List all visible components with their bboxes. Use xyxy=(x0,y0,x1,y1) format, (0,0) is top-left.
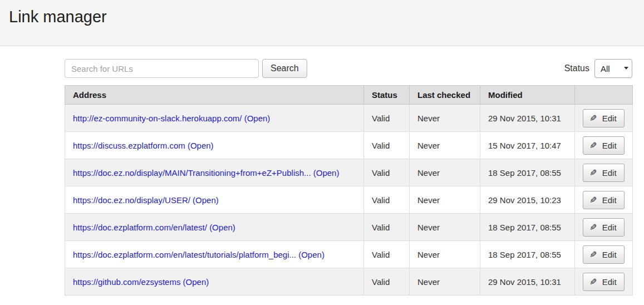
last-checked-cell: Never xyxy=(410,241,480,268)
actions-cell: ✎ Edit xyxy=(575,186,633,214)
edit-button[interactable]: ✎ Edit xyxy=(583,164,624,182)
url-link[interactable]: https://doc.ezplatform.com/en/latest/ xyxy=(73,223,207,232)
status-cell: Valid xyxy=(364,241,410,268)
status-filter-label: Status xyxy=(564,63,589,73)
modified-cell: 18 Sep 2017, 08:55 xyxy=(480,159,575,186)
open-link[interactable]: (Open) xyxy=(244,114,271,123)
edit-button[interactable]: ✎ Edit xyxy=(583,273,624,291)
table-header: Address Status Last checked Modified xyxy=(65,86,633,105)
table-body: http://ez-community-on-slack.herokuapp.c… xyxy=(65,105,633,296)
edit-button-label: Edit xyxy=(602,141,617,150)
open-link[interactable]: (Open) xyxy=(209,223,235,232)
pencil-icon: ✎ xyxy=(589,168,597,178)
address-cell: https://discuss.ezplatform.com (Open) xyxy=(65,132,364,159)
table-row: http://ez-community-on-slack.herokuapp.c… xyxy=(65,105,633,132)
url-link[interactable]: https://doc.ez.no/display/USER/ xyxy=(73,195,190,205)
url-link[interactable]: http://ez-community-on-slack.herokuapp.c… xyxy=(73,114,242,123)
edit-button-label: Edit xyxy=(602,223,617,232)
modified-cell: 15 Nov 2017, 10:47 xyxy=(480,132,575,159)
column-header-actions xyxy=(575,86,633,105)
edit-button-label: Edit xyxy=(602,168,617,178)
table-row: https://doc.ez.no/display/MAIN/Transitio… xyxy=(65,159,633,186)
last-checked-cell: Never xyxy=(410,268,480,296)
address-cell: https://doc.ez.no/display/MAIN/Transitio… xyxy=(65,159,364,186)
edit-button[interactable]: ✎ Edit xyxy=(583,245,624,264)
table-row: https://doc.ezplatform.com/en/latest/tut… xyxy=(65,241,633,268)
actions-cell: ✎ Edit xyxy=(575,159,633,186)
search-input[interactable] xyxy=(65,59,259,78)
modified-cell: 18 Sep 2017, 08:55 xyxy=(480,241,575,268)
table-row: https://doc.ezplatform.com/en/latest/ (O… xyxy=(65,214,633,241)
edit-button[interactable]: ✎ Edit xyxy=(583,136,624,155)
last-checked-cell: Never xyxy=(410,214,480,241)
pencil-icon: ✎ xyxy=(589,113,597,124)
actions-cell: ✎ Edit xyxy=(575,268,633,296)
last-checked-cell: Never xyxy=(410,132,480,159)
address-cell: https://doc.ezplatform.com/en/latest/ (O… xyxy=(65,214,364,241)
open-link[interactable]: (Open) xyxy=(298,250,325,259)
open-link[interactable]: (Open) xyxy=(193,195,219,205)
status-cell: Valid xyxy=(364,186,410,214)
modified-cell: 29 Nov 2015, 10:31 xyxy=(480,105,575,132)
last-checked-cell: Never xyxy=(410,105,480,132)
address-cell: http://ez-community-on-slack.herokuapp.c… xyxy=(65,105,364,132)
edit-button-label: Edit xyxy=(602,250,617,259)
pencil-icon: ✎ xyxy=(589,195,597,205)
status-cell: Valid xyxy=(364,159,410,186)
pencil-icon: ✎ xyxy=(589,249,597,260)
pencil-icon: ✎ xyxy=(589,140,597,151)
edit-button[interactable]: ✎ Edit xyxy=(583,109,624,127)
column-header-last-checked: Last checked xyxy=(410,86,480,105)
edit-button[interactable]: ✎ Edit xyxy=(583,191,624,209)
table-row: https://github.com/ezsystems (Open) Vali… xyxy=(65,268,633,296)
last-checked-cell: Never xyxy=(410,159,480,186)
status-select[interactable]: All xyxy=(594,59,632,78)
main-content: Search Status All Address Status Last ch… xyxy=(65,59,632,296)
page-title: Link manager xyxy=(0,0,644,26)
status-cell: Valid xyxy=(364,105,410,132)
actions-cell: ✎ Edit xyxy=(575,132,633,159)
open-link[interactable]: (Open) xyxy=(313,168,340,178)
actions-cell: ✎ Edit xyxy=(575,214,633,241)
status-cell: Valid xyxy=(364,268,410,296)
column-header-status: Status xyxy=(364,86,410,105)
status-select-wrap: All xyxy=(594,59,632,78)
column-header-modified: Modified xyxy=(480,86,575,105)
actions-cell: ✎ Edit xyxy=(575,241,633,268)
address-cell: https://doc.ez.no/display/USER/ (Open) xyxy=(65,186,364,214)
edit-button-label: Edit xyxy=(602,114,617,123)
edit-button[interactable]: ✎ Edit xyxy=(583,218,624,237)
page-header: Link manager xyxy=(0,0,644,46)
url-link[interactable]: https://discuss.ezplatform.com xyxy=(73,141,185,150)
search-button[interactable]: Search xyxy=(262,59,307,78)
table-row: https://doc.ez.no/display/USER/ (Open) V… xyxy=(65,186,633,214)
open-link[interactable]: (Open) xyxy=(183,277,209,287)
toolbar: Search Status All xyxy=(65,59,632,78)
edit-button-label: Edit xyxy=(602,277,617,287)
table-row: https://discuss.ezplatform.com (Open) Va… xyxy=(65,132,633,159)
status-cell: Valid xyxy=(364,214,410,241)
status-cell: Valid xyxy=(364,132,410,159)
address-cell: https://doc.ezplatform.com/en/latest/tut… xyxy=(65,241,364,268)
pencil-icon: ✎ xyxy=(589,277,597,287)
open-link[interactable]: (Open) xyxy=(188,141,214,150)
status-filter: Status All xyxy=(564,59,632,78)
address-cell: https://github.com/ezsystems (Open) xyxy=(65,268,364,296)
modified-cell: 29 Nov 2015, 10:23 xyxy=(480,186,575,214)
links-table: Address Status Last checked Modified htt… xyxy=(65,85,633,296)
column-header-address: Address xyxy=(65,86,364,105)
url-link[interactable]: https://doc.ez.no/display/MAIN/Transitio… xyxy=(73,168,311,178)
url-link[interactable]: https://doc.ezplatform.com/en/latest/tut… xyxy=(73,250,296,259)
pencil-icon: ✎ xyxy=(589,222,597,233)
edit-button-label: Edit xyxy=(602,195,617,205)
modified-cell: 18 Sep 2017, 08:55 xyxy=(480,214,575,241)
modified-cell: 29 Nov 2015, 10:31 xyxy=(480,268,575,296)
url-link[interactable]: https://github.com/ezsystems xyxy=(73,277,180,287)
actions-cell: ✎ Edit xyxy=(575,105,633,132)
last-checked-cell: Never xyxy=(410,186,480,214)
